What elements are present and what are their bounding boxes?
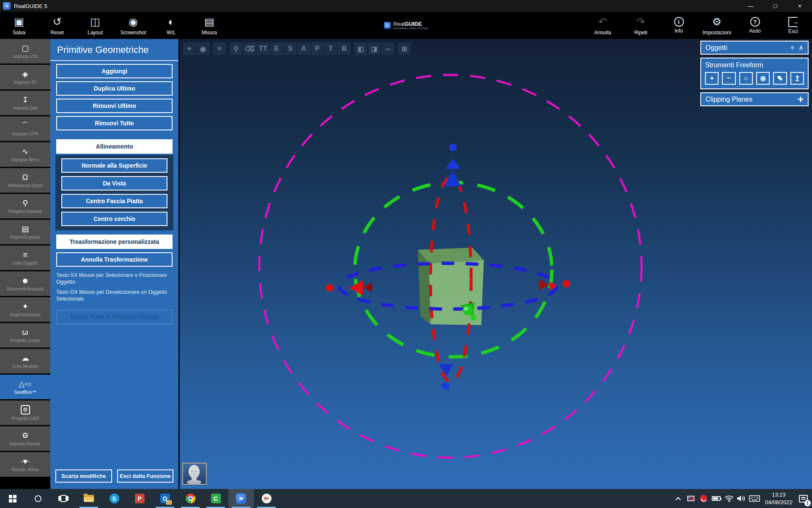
oggetti-panel-header[interactable]: Oggetti ⌖ ∧ xyxy=(700,41,809,55)
battery-tray-icon[interactable] xyxy=(710,489,723,508)
pan-tool[interactable]: ⌖ xyxy=(183,42,196,55)
implant-tool[interactable]: ⚲ xyxy=(230,42,242,55)
action-center-button[interactable]: 1 xyxy=(797,489,809,508)
sidebar-item-imposta-ricostr[interactable]: ⚙ Imposta Ricostr. xyxy=(0,426,50,451)
tray-expand-button[interactable] xyxy=(672,489,685,508)
chrome-app[interactable] xyxy=(178,489,203,508)
tool-b[interactable]: B xyxy=(338,42,351,55)
task-view-button[interactable] xyxy=(51,489,76,508)
remote-desktop-tray-icon[interactable] xyxy=(685,489,697,508)
grid-tool[interactable]: ⊞ xyxy=(398,42,411,55)
minimize-button[interactable]: — xyxy=(738,0,763,12)
camtasia-app[interactable]: C xyxy=(203,489,228,508)
plane-tool-1[interactable]: ◧ xyxy=(354,42,367,55)
sidebar-item-strumenti-avanzati[interactable]: ☻ Strumenti Avanzati xyxy=(0,271,50,296)
snapshot-tool[interactable]: ◉ xyxy=(197,42,209,55)
sidebar-item-progetto-cad[interactable]: ⚙ Progetto CAD xyxy=(0,400,50,425)
sidebar-item-riferimento-denti[interactable]: Ω Riferimento Denti xyxy=(0,168,50,193)
annulla-trasformazione-button[interactable]: Annulla Trasformazione xyxy=(56,252,173,267)
tool-p[interactable]: P xyxy=(311,42,324,55)
dental-app[interactable]: ✄ xyxy=(254,489,279,508)
undo-button[interactable]: ↶ Annulla xyxy=(584,12,622,39)
plane-tool-2[interactable]: ◨ xyxy=(368,42,381,55)
scarta-modifiche-button[interactable]: Scarta modifiche xyxy=(55,469,112,483)
da-vista-button[interactable]: Da Vista xyxy=(61,176,167,190)
start-button[interactable] xyxy=(0,489,25,508)
allineamento-header[interactable]: Allineamento xyxy=(56,139,173,154)
x-axis-handle-left[interactable] xyxy=(326,280,372,295)
sidebar-item-sandbox[interactable]: △▫○ SandBox™ xyxy=(0,375,50,399)
cortana-button[interactable] xyxy=(25,489,51,508)
sidebar-item-disegna-nervi[interactable]: ∿ Disegna Nervi xyxy=(0,142,50,167)
sidebar-item-crea-modello[interactable]: ☁ Crea Modello xyxy=(0,349,50,373)
redo-button[interactable]: ↷ Ripeti xyxy=(622,12,660,39)
save-button[interactable]: ▣ Salva xyxy=(0,12,38,39)
wl-button[interactable]: ◐ W/L xyxy=(152,12,190,39)
aggiungi-button[interactable]: Aggiungi xyxy=(56,64,173,78)
tool-t[interactable]: T xyxy=(324,42,337,55)
centro-cerchio-button[interactable]: Centro cerchio xyxy=(61,212,167,226)
freeform-fill-tool[interactable]: ⊛ xyxy=(756,72,770,85)
reset-button[interactable]: ↺ Reset xyxy=(38,12,76,39)
trasformazione-header[interactable]: Treasformazione personalizzata xyxy=(56,235,173,249)
toolbar-icon: ▤ xyxy=(203,16,216,28)
sidebar-item-segmentazione[interactable]: ✦ Segmentazione xyxy=(0,297,50,322)
move-panel-icon[interactable]: ⌖ xyxy=(790,44,794,51)
screenshot-button[interactable]: ◉ Screenshot xyxy=(114,12,152,39)
freeform-circle-tool[interactable]: ○ xyxy=(739,72,753,85)
freeform-subtract-tool[interactable]: − xyxy=(722,72,735,85)
close-tool[interactable]: × xyxy=(213,42,226,55)
realguide-app[interactable]: ≋ xyxy=(228,489,254,508)
info-button[interactable]: i Info xyxy=(660,12,698,39)
volume-tray-icon[interactable] xyxy=(735,489,748,508)
sidebar-item-progetta-guida[interactable]: ω Progetta Guida xyxy=(0,323,50,348)
3d-viewport[interactable]: ⌖ ◉ × ⚲ ⌫ ΤΤ E S A P T B xyxy=(180,39,812,489)
sidebar-item-ricostr-attiva[interactable]: ∙♥∙ Ricostr. Attiva xyxy=(0,452,50,477)
file-explorer-app[interactable] xyxy=(76,489,102,508)
freeform-add-tool[interactable]: + xyxy=(705,72,719,85)
tool-a[interactable]: A xyxy=(297,42,310,55)
unisci-primitive-button[interactable]: Unisci Tutte le Primitive Visibili xyxy=(56,310,173,324)
erase-tool[interactable]: ⌫ xyxy=(243,42,256,55)
sidebar-item-lista-oggetti[interactable]: ≡ Lista Oggetti xyxy=(0,246,50,270)
app-icon xyxy=(186,494,195,503)
wifi-tray-icon[interactable] xyxy=(723,489,735,508)
collapse-icon[interactable]: ∧ xyxy=(798,44,804,51)
esci-funzione-button[interactable]: Esci dalla Funzione xyxy=(117,469,174,483)
tool-e[interactable]: E xyxy=(270,42,283,55)
rimuovi-tutte-button[interactable]: Rimuovi Tutte xyxy=(56,116,173,130)
help-button[interactable]: ? Aiuto xyxy=(736,12,774,39)
freeform-smooth-tool[interactable]: ↥ xyxy=(790,72,804,85)
layout-button[interactable]: ◫ Layout xyxy=(76,12,114,39)
tool-s[interactable]: S xyxy=(284,42,296,55)
antivirus-tray-icon[interactable] xyxy=(697,489,710,508)
teeth-tool[interactable]: ΤΤ xyxy=(257,42,269,55)
freeform-brush-tool[interactable]: ✎ xyxy=(773,72,787,85)
outlook-app[interactable]: O xyxy=(152,489,178,508)
sidebar-item-report-esporta[interactable]: ▤ Report/Esporta xyxy=(0,220,50,244)
sidebar-item-imposta-voi[interactable]: ▢ Imposta VOI xyxy=(0,39,50,64)
clipping-planes-header[interactable]: Clipping Planes + xyxy=(700,92,809,106)
taskbar-clock[interactable]: 13:23 04/08/2022 xyxy=(761,491,797,506)
rimuovi-ultimo-button[interactable]: Rimuovi Ultimo xyxy=(56,99,173,113)
powerpoint-app[interactable]: P xyxy=(127,489,152,508)
touch-keyboard-tray-icon[interactable] xyxy=(748,489,761,508)
maximize-button[interactable]: □ xyxy=(763,0,787,12)
normale-alla-superficie-button[interactable]: Normale alla Superficie xyxy=(61,158,167,173)
sidebar-item-imposta-cpr[interactable]: ⌒ Imposta CPR xyxy=(0,116,50,141)
duplica-ultimo-button[interactable]: Duplica Ultimo xyxy=(56,81,173,96)
add-clipping-plane-icon[interactable]: + xyxy=(798,94,804,105)
sidebar-item-imposta-3d[interactable]: ◈ Imposta 3D xyxy=(0,65,50,89)
curve-tool[interactable]: ⌣ xyxy=(381,42,394,55)
sidebar-item-progetta-impianti[interactable]: ⚲ Progetta Impianti xyxy=(0,194,50,218)
skype-app[interactable]: S xyxy=(102,489,127,508)
sidebar-item-label: Progetto CAD xyxy=(11,416,39,421)
sidebar-item-importa-dati[interactable]: ↧ Importa Dati xyxy=(0,91,50,115)
measure-button[interactable]: ▤ Misura xyxy=(190,12,228,39)
exit-button[interactable]: → Esci xyxy=(774,12,812,39)
orientation-head-thumbnail[interactable] xyxy=(182,463,207,485)
centro-faccia-piatta-button[interactable]: Centro Faccia Piatta xyxy=(61,194,167,208)
primitive-cube[interactable] xyxy=(418,248,484,325)
close-button[interactable]: × xyxy=(787,0,812,12)
settings-button[interactable]: ⚙ Impostazioni xyxy=(698,12,736,39)
